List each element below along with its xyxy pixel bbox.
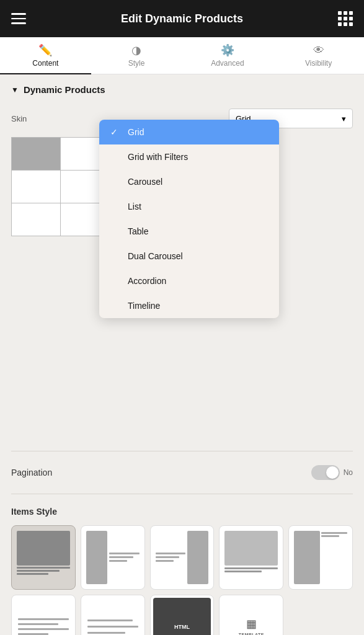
pencil-icon: ✏️ (38, 45, 52, 56)
main-content: ▼ Dynamic Products Skin Grid ▾ (0, 74, 364, 635)
skin-dropdown-menu: ✓ Grid ✓ Grid with Filters ✓ Carousel ✓ … (99, 120, 279, 318)
skin-option-grid[interactable]: ✓ Grid (99, 120, 279, 144)
tab-visibility-label: Visibility (305, 59, 332, 68)
item-style-card-4[interactable] (219, 525, 283, 590)
skin-option-dual-carousel-label: Dual Carousel (128, 251, 183, 261)
skin-field-wrapper: Skin Grid ▾ ✓ (0, 101, 364, 236)
item-style-card-5[interactable] (288, 525, 353, 590)
html-card-preview: HTML (153, 598, 211, 635)
item-style-card-2[interactable] (81, 525, 145, 590)
skin-option-dual-carousel[interactable]: ✓ Dual Carousel (99, 244, 279, 269)
skin-option-list[interactable]: ✓ List (99, 194, 279, 219)
card-preview-2 (84, 528, 142, 587)
skin-option-carousel-label: Carousel (128, 177, 162, 187)
pagination-row: Pagination No (0, 455, 364, 490)
check-icon: ✓ (110, 127, 122, 137)
template-icon: ▦ (246, 617, 257, 631)
header: Edit Dynamic Products (0, 0, 364, 37)
tab-style-label: Style (128, 59, 145, 68)
skin-option-table[interactable]: ✓ Table (99, 219, 279, 244)
skin-option-timeline-label: Timeline (128, 301, 160, 311)
skin-option-table-label: Table (128, 226, 148, 236)
divider-2 (11, 494, 353, 494)
pagination-toggle-wrapper: No (311, 465, 353, 480)
skin-label: Skin (11, 114, 27, 123)
page-title: Edit Dynamic Products (121, 12, 243, 25)
skin-option-list-label: List (128, 202, 141, 211)
apps-icon[interactable] (338, 11, 353, 26)
card-preview-4 (222, 528, 280, 587)
items-style-grid: HTML ▦ TEMPLATE (11, 525, 353, 635)
pagination-label: Pagination (11, 468, 52, 477)
divider-1 (11, 451, 353, 451)
tab-advanced[interactable]: ⚙️ Advanced (182, 37, 273, 74)
items-style-title: Items Style (11, 507, 353, 517)
gear-icon: ⚙️ (221, 45, 234, 56)
card-preview-7 (84, 598, 142, 635)
section-header: ▼ Dynamic Products (0, 74, 364, 101)
skin-preview (11, 137, 110, 236)
item-style-card-9[interactable]: ▦ TEMPLATE (219, 595, 283, 635)
skin-option-timeline[interactable]: ✓ Timeline (99, 293, 279, 318)
skin-option-accordion[interactable]: ✓ Accordion (99, 269, 279, 293)
items-style-section: Items Style (0, 498, 364, 635)
skin-dropdown[interactable]: ✓ Grid ✓ Grid with Filters ✓ Carousel ✓ … (99, 120, 279, 318)
item-style-card-8[interactable]: HTML (150, 595, 215, 635)
item-style-card-6[interactable] (11, 595, 76, 635)
skin-option-accordion-label: Accordion (128, 276, 166, 286)
card-preview-6 (14, 598, 73, 635)
card-preview-1 (14, 528, 73, 587)
template-label: TEMPLATE (239, 633, 264, 635)
template-card-preview: ▦ TEMPLATE (222, 598, 280, 635)
tab-style[interactable]: ◑ Style (91, 37, 182, 74)
item-style-card-7[interactable] (81, 595, 145, 635)
pagination-toggle[interactable] (311, 465, 340, 480)
html-label: HTML (174, 624, 190, 630)
menu-icon[interactable] (11, 13, 26, 24)
tab-content-label: Content (32, 59, 58, 68)
tab-visibility[interactable]: 👁 Visibility (273, 37, 364, 74)
skin-option-grid-filters[interactable]: ✓ Grid with Filters (99, 144, 279, 169)
eye-icon: 👁 (313, 45, 324, 56)
item-style-card-1[interactable] (11, 525, 76, 590)
tab-content[interactable]: ✏️ Content (0, 37, 91, 74)
pagination-toggle-value: No (344, 468, 353, 477)
item-style-card-3[interactable] (150, 525, 215, 590)
skin-option-carousel[interactable]: ✓ Carousel (99, 169, 279, 194)
card-preview-3 (153, 528, 211, 587)
tab-advanced-label: Advanced (211, 59, 244, 68)
skin-option-grid-filters-label: Grid with Filters (128, 152, 188, 162)
skin-option-grid-label: Grid (128, 127, 144, 137)
chevron-down-icon: ▾ (342, 114, 346, 123)
tabs-bar: ✏️ Content ◑ Style ⚙️ Advanced 👁 Visibil… (0, 37, 364, 74)
half-circle-icon: ◑ (131, 45, 141, 56)
collapse-arrow-icon[interactable]: ▼ (11, 86, 19, 94)
section-title: Dynamic Products (24, 84, 105, 95)
card-preview-5 (291, 528, 350, 587)
